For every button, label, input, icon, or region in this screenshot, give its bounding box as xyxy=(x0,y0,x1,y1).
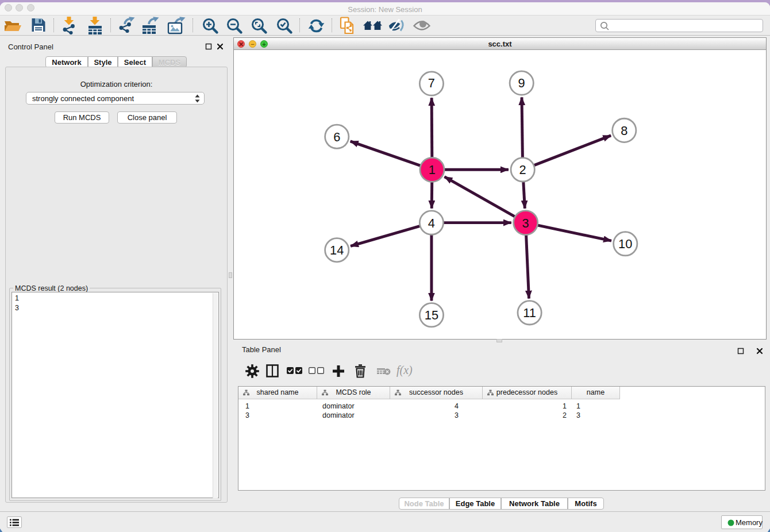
svg-text:15: 15 xyxy=(425,308,438,322)
svg-text:7: 7 xyxy=(428,76,435,90)
svg-text:6: 6 xyxy=(333,130,340,144)
svg-text:10: 10 xyxy=(618,237,632,251)
svg-text:14: 14 xyxy=(330,243,344,257)
svg-text:8: 8 xyxy=(621,124,627,138)
svg-text:3: 3 xyxy=(522,216,529,230)
svg-text:1: 1 xyxy=(429,163,436,177)
svg-text:11: 11 xyxy=(523,306,536,320)
svg-text:2: 2 xyxy=(519,163,526,177)
svg-text:4: 4 xyxy=(428,216,435,230)
svg-text:9: 9 xyxy=(518,76,525,90)
